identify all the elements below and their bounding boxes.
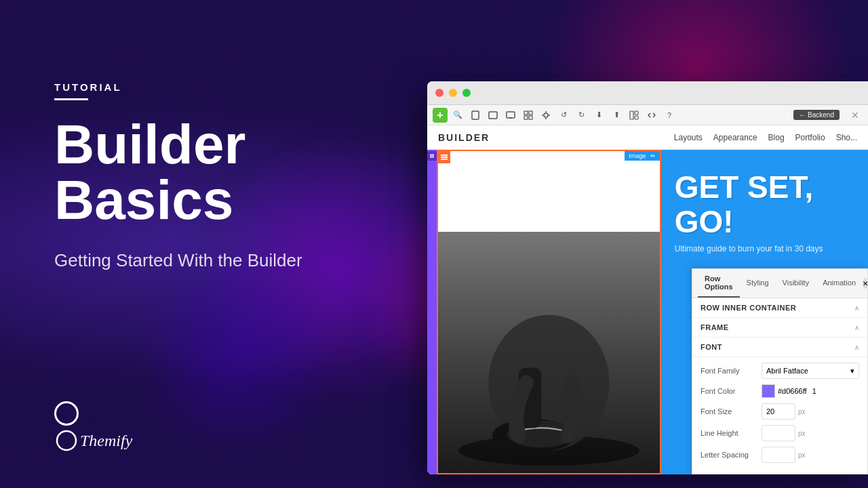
grid-view-button[interactable] (521, 108, 536, 123)
code-button[interactable] (644, 108, 659, 123)
nav-items: Layouts Appearance Blog Portfolio Sho... (674, 133, 857, 142)
font-color-label: Font Color (701, 387, 762, 395)
color-hex-value: #d0666ff (778, 387, 807, 395)
traffic-light-yellow[interactable] (449, 89, 457, 97)
font-family-label: Font Family (701, 367, 762, 375)
redo-button[interactable]: ↻ (574, 108, 589, 123)
tutorial-divider (54, 98, 88, 100)
panel-tabs: Row Options Styling Visibility Animation… (692, 269, 867, 298)
settings-button[interactable] (538, 108, 553, 123)
letter-spacing-row: Letter Spacing px (701, 447, 859, 463)
upload-button[interactable]: ⬆ (609, 108, 624, 123)
tab-visibility[interactable]: Visibility (776, 273, 816, 293)
builder-canvas: Image ✏ GET SET, GO! Ultimate guide to b… (427, 150, 868, 474)
desktop-view-button[interactable] (503, 108, 518, 123)
svg-rect-6 (524, 111, 528, 115)
builder-toolbar: + 🔍 ↺ ↻ ⬇ ⬆ ? ← Backend ✕ (427, 105, 868, 125)
font-color-row: Font Color #d0666ff 1 (701, 384, 859, 398)
svg-point-0 (57, 431, 76, 450)
options-panel: Row Options Styling Visibility Animation… (692, 268, 868, 474)
zoom-out-button[interactable]: 🔍 (450, 108, 465, 123)
download-button[interactable]: ⬇ (591, 108, 606, 123)
svg-rect-18 (430, 154, 434, 158)
font-fields: Font Family Abril Fatface ▾ Font Color #… (692, 357, 867, 474)
image-edit-icon[interactable]: ✏ (650, 152, 656, 159)
column-handle[interactable] (438, 151, 450, 163)
subtitle: Getting Started With the Builder (54, 248, 312, 272)
themify-logo: Themify (54, 400, 149, 454)
section-row-inner-container[interactable]: ROW INNER CONTAINER ∧ (692, 298, 867, 318)
traffic-light-green[interactable] (462, 89, 471, 97)
svg-rect-3 (489, 112, 497, 119)
line-height-unit: px (798, 430, 806, 437)
svg-rect-16 (635, 111, 638, 115)
nav-more[interactable]: Sho... (836, 133, 857, 142)
letter-spacing-input[interactable] (762, 447, 795, 463)
backend-button[interactable]: ← Backend (793, 110, 840, 120)
line-height-row: Line Height px (701, 425, 859, 441)
nav-layouts[interactable]: Layouts (674, 133, 703, 142)
tutorial-label: TUTORIAL (54, 81, 393, 93)
tab-animation[interactable]: Animation (816, 273, 863, 293)
mobile-view-button[interactable] (468, 108, 483, 123)
color-box[interactable] (762, 384, 775, 398)
svg-text:Themify: Themify (80, 432, 133, 449)
font-size-input[interactable] (762, 403, 795, 420)
undo-button[interactable]: ↺ (556, 108, 571, 123)
panel-close-button[interactable]: ✕ (863, 278, 868, 289)
close-window-button[interactable]: ✕ (848, 108, 863, 123)
svg-rect-15 (630, 111, 633, 119)
browser-chrome (427, 81, 868, 105)
title-line1: Builder (54, 113, 245, 175)
svg-rect-2 (472, 111, 479, 119)
page-indicator-icon (427, 151, 437, 161)
tablet-view-button[interactable] (486, 108, 500, 123)
layout-button[interactable] (627, 108, 642, 123)
help-button[interactable]: ? (662, 108, 677, 123)
chevron-font: ∧ (854, 344, 859, 351)
font-size-label: Font Size (701, 407, 762, 415)
section-font[interactable]: FONT ∧ (692, 338, 867, 357)
nav-blog[interactable]: Blog (768, 133, 785, 142)
svg-rect-21 (441, 159, 448, 160)
page-indicator-bar (427, 150, 437, 474)
backend-label: ← Backend (799, 111, 834, 119)
letter-spacing-unit: px (798, 451, 806, 459)
section-label-row-inner: ROW INNER CONTAINER (701, 304, 796, 312)
hero-title-line1: GET SET, (675, 170, 854, 205)
svg-rect-8 (524, 116, 528, 119)
svg-rect-19 (441, 155, 448, 156)
line-height-label: Line Height (701, 429, 762, 437)
blob-blue (136, 251, 339, 454)
font-color-swatch[interactable]: #d0666ff 1 (762, 384, 859, 398)
hero-title: GET SET, GO! (675, 170, 854, 239)
traffic-light-red[interactable] (435, 89, 443, 97)
nav-portfolio[interactable]: Portfolio (795, 133, 825, 142)
image-label-tag: Image ✏ (625, 151, 660, 161)
svg-rect-17 (635, 116, 638, 119)
svg-point-10 (544, 113, 548, 117)
title-line2: Basics (54, 169, 233, 230)
line-height-input[interactable] (762, 425, 795, 441)
select-chevron: ▾ (850, 367, 854, 375)
letter-spacing-label: Letter Spacing (701, 451, 762, 459)
svg-rect-9 (529, 116, 532, 119)
color-opacity: 1 (812, 387, 816, 395)
section-frame[interactable]: FRAME ∧ (692, 318, 867, 338)
hero-title-line2: GO! (675, 205, 854, 239)
font-size-unit: px (798, 408, 806, 415)
builder-nav: BUILDER Layouts Appearance Blog Portfoli… (427, 125, 868, 150)
tab-styling[interactable]: Styling (740, 273, 776, 293)
font-family-row: Font Family Abril Fatface ▾ (701, 363, 859, 379)
builder-logo: BUILDER (438, 132, 490, 143)
svg-rect-20 (441, 157, 448, 158)
nav-appearance[interactable]: Appearance (713, 133, 757, 142)
tab-row-options[interactable]: Row Options (698, 269, 740, 298)
font-family-select[interactable]: Abril Fatface ▾ (762, 363, 859, 379)
section-label-font: FONT (701, 343, 722, 351)
svg-rect-4 (507, 112, 515, 118)
left-column: Image ✏ (437, 150, 661, 474)
browser-window: + 🔍 ↺ ↻ ⬇ ⬆ ? ← Backend ✕ (427, 81, 868, 474)
font-size-row: Font Size px (701, 403, 859, 420)
add-element-button[interactable]: + (433, 108, 448, 123)
